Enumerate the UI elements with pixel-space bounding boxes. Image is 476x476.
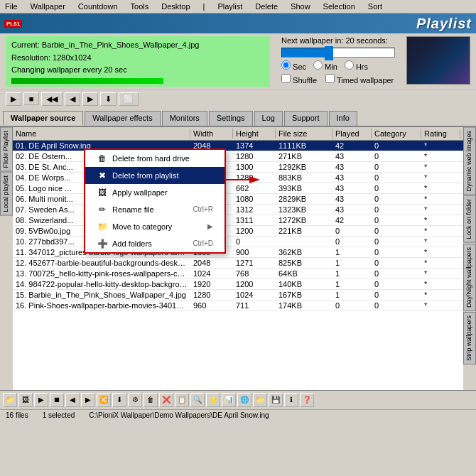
tb-btn-16[interactable]: 🌐 <box>237 393 251 407</box>
slider-knob[interactable] <box>325 46 333 60</box>
tb-btn-6[interactable]: ▶ <box>81 393 95 407</box>
cell-category: 0 <box>372 173 421 183</box>
tab-effects[interactable]: Wallpaper effects <box>85 111 160 126</box>
prev-button[interactable]: ◀ <box>65 92 80 106</box>
col-category[interactable]: Category <box>372 129 421 139</box>
sidebar-flickr[interactable]: Flickr Playlist <box>0 127 13 172</box>
table-row[interactable]: 16. Pink-Shoes-wallpaper-barbie-movies-3… <box>13 301 463 311</box>
tb-btn-13[interactable]: 🔍 <box>190 393 205 407</box>
menu-sort[interactable]: Sort <box>366 1 384 11</box>
tb-btn-1[interactable]: 📁 <box>3 393 17 407</box>
menu-countdown[interactable]: Countdown <box>76 1 120 11</box>
tb-btn-12[interactable]: 📋 <box>175 393 189 407</box>
col-filesize[interactable]: File size <box>276 129 332 139</box>
radio-sec[interactable]: Sec <box>281 60 306 71</box>
cm-apply[interactable]: 🖼 Apply wallpaper <box>85 184 225 201</box>
tb-btn-4[interactable]: ⏹ <box>50 393 64 407</box>
menu-file[interactable]: File <box>3 1 20 11</box>
table-row[interactable]: 11. 347012_pictures-barbie-logo-wallpape… <box>13 247 463 258</box>
tb-btn-9[interactable]: ⚙ <box>128 393 142 407</box>
cell-rating: * <box>421 237 460 247</box>
cell-played: 1 <box>332 290 372 300</box>
tb-btn-18[interactable]: 💾 <box>269 393 283 407</box>
prev-prev-button[interactable]: ◀◀ <box>41 92 63 106</box>
table-row[interactable]: 15. Barbie_in_The_Pink_Shoes_Wallpaper_4… <box>13 290 463 301</box>
app-title: Playlist <box>416 16 472 32</box>
tab-support[interactable]: Support <box>284 111 328 126</box>
time-slider[interactable] <box>281 48 395 58</box>
table-row[interactable]: 10. 277bbd397...0000* <box>13 237 463 247</box>
radio-min[interactable]: Min <box>313 60 337 71</box>
menu-desktop[interactable]: Desktop <box>159 1 192 11</box>
download-button[interactable]: ⬇ <box>100 92 117 106</box>
cm-delete-hard[interactable]: 🗑 Delete from hard drive <box>85 150 225 167</box>
menu-delete[interactable]: Delete <box>253 1 280 11</box>
tb-btn-7[interactable]: 🔀 <box>97 393 111 407</box>
tb-btn-8[interactable]: ⬇ <box>112 393 126 407</box>
tab-monitors[interactable]: Monitors <box>162 111 207 126</box>
menu-playlist[interactable]: Playlist <box>215 1 244 11</box>
col-width[interactable]: Width <box>190 129 233 139</box>
menu-selection[interactable]: Selection <box>321 1 357 11</box>
cell-played: 42 <box>332 141 372 151</box>
table-row[interactable]: 14. 984722-popular-hello-kitty-desktop-b… <box>13 279 463 290</box>
bottom-toolbar: 📁 🖼 ▶ ⏹ ◀ ▶ 🔀 ⬇ ⚙ 🗑 ❌ 📋 🔍 ⭐ 📊 🌐 📁 💾 ℹ ❓ <box>0 390 476 409</box>
col-rating[interactable]: Rating <box>421 129 460 139</box>
sidebar-dynamic-web[interactable]: Dynamic web images <box>463 127 476 195</box>
tb-btn-3[interactable]: ▶ <box>34 393 48 407</box>
timed-checkbox[interactable]: Timed wallpaper <box>325 74 394 85</box>
tb-btn-15[interactable]: 📊 <box>222 393 236 407</box>
tb-btn-11[interactable]: ❌ <box>159 393 173 407</box>
menu-show[interactable]: Show <box>288 1 313 11</box>
table-row[interactable]: 08. Swizerland...13111272KB420* <box>13 215 463 226</box>
tab-wallpaper-source[interactable]: Wallpaper source <box>3 111 83 126</box>
table-row[interactable]: 07. Sweden As...204813121323KB430* <box>13 205 463 215</box>
table-row[interactable]: 02. DE Ostern...19201280271KB430* <box>13 151 463 162</box>
tab-log[interactable]: Log <box>254 111 283 126</box>
shuffle-checkbox[interactable]: Shuffle <box>281 74 317 85</box>
cm-add-folders[interactable]: ➕ Add folders Ctrl+D <box>85 235 225 252</box>
next-wallpaper-label: Next wallpaper in: 20 seconds: <box>281 36 395 45</box>
tb-btn-14[interactable]: ⭐ <box>206 393 220 407</box>
tb-btn-5[interactable]: ◀ <box>65 393 80 407</box>
next-button[interactable]: ▶ <box>82 92 98 106</box>
table-header: Name Width Height File size Played Categ… <box>13 127 463 141</box>
table-row[interactable]: 12. 452677-barbie-beautiful-backgrounds-… <box>13 258 463 269</box>
main-layout: Flickr Playlist Local playlist Name Widt… <box>0 127 476 390</box>
table-row[interactable]: 13. 700725_hello-kitty-pink-roses-wallpa… <box>13 269 463 279</box>
play-button[interactable]: ▶ <box>6 92 21 106</box>
col-height[interactable]: Height <box>233 129 276 139</box>
tab-info[interactable]: Info <box>329 111 357 126</box>
table-row[interactable]: 03. DE St. Anc...204813001292KB430* <box>13 162 463 173</box>
sidebar-lock-folder[interactable]: Lock on folder <box>463 195 476 243</box>
menu-tools[interactable]: Tools <box>129 1 151 11</box>
sidebar-local[interactable]: Local playlist <box>0 172 13 216</box>
tb-btn-20[interactable]: ❓ <box>300 393 314 407</box>
stop-button[interactable]: ■ <box>23 92 39 105</box>
cell-height: 1024 <box>233 290 276 300</box>
table-row[interactable]: 06. Multi monit...768010802829KB430* <box>13 194 463 205</box>
extra-button[interactable]: ⬜ <box>119 92 139 106</box>
table-row[interactable]: 01. DE April Snow.ing204813741111KB420* <box>13 141 463 151</box>
menu-wallpaper[interactable]: Wallpaper <box>28 1 67 11</box>
cm-move[interactable]: 📁 Move to category ▶ <box>85 218 225 235</box>
sidebar-strip[interactable]: Strip wallpapers <box>463 312 476 364</box>
current-wallpaper: Current: Barbie_in_The_Pink_Shoes_Wallpa… <box>11 39 264 52</box>
tb-btn-2[interactable]: 🖼 <box>18 393 33 407</box>
cell-height: 1200 <box>233 226 276 236</box>
table-row[interactable]: 09. 5VBw0o.jpg19201200221KB00* <box>13 226 463 237</box>
cell-category: 0 <box>372 183 421 193</box>
move-arrow: ▶ <box>207 222 213 230</box>
tb-btn-17[interactable]: 📁 <box>253 393 267 407</box>
col-played[interactable]: Played <box>332 129 372 139</box>
tab-settings[interactable]: Settings <box>209 111 253 126</box>
radio-hrs[interactable]: Hrs <box>345 60 368 71</box>
cell-size: 393KB <box>276 183 332 193</box>
tb-btn-19[interactable]: ℹ <box>284 393 298 407</box>
col-name[interactable]: Name <box>13 129 190 139</box>
cm-delete-playlist[interactable]: ✖ Delete from playlist <box>85 167 225 184</box>
tb-btn-10[interactable]: 🗑 <box>144 393 158 407</box>
cell-played: 43 <box>332 151 372 161</box>
sidebar-daynight[interactable]: Day/Night wallpapers <box>463 244 476 311</box>
cm-rename[interactable]: ✏ Rename file Ctrl+R <box>85 201 225 218</box>
